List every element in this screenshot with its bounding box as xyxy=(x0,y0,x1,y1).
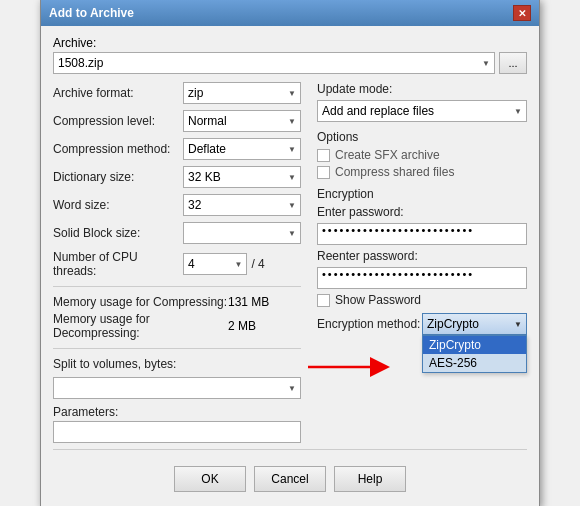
update-mode-arrow: ▼ xyxy=(514,107,522,116)
enter-pw-row: Enter password: xyxy=(317,205,527,219)
memory-compress-value: 131 MB xyxy=(228,295,269,309)
cpu-threads-arrow: ▼ xyxy=(234,260,242,269)
compression-level-row: Compression level: Normal ▼ xyxy=(53,110,301,132)
word-size-label: Word size: xyxy=(53,198,183,212)
format-value: zip xyxy=(188,86,203,100)
main-columns: Archive format: zip ▼ Compression level:… xyxy=(53,82,527,443)
dict-size-label: Dictionary size: xyxy=(53,170,183,184)
enter-pw-dots: •••••••••••••••••••••••••• xyxy=(322,224,474,236)
update-mode-combo[interactable]: Add and replace files ▼ xyxy=(317,100,527,122)
dropdown-item-aes256[interactable]: AES-256 xyxy=(423,354,526,372)
memory-compress-row: Memory usage for Compressing: 131 MB xyxy=(53,295,301,309)
enc-method-row: Encryption method: ZipCrypto ▼ ZipCrypto… xyxy=(317,313,527,335)
dialog-title: Add to Archive xyxy=(49,6,134,20)
show-pw-label: Show Password xyxy=(335,293,421,307)
dialog-body: Archive: 1508.zip ▼ ... Archive format: … xyxy=(41,26,539,506)
compression-level-arrow: ▼ xyxy=(288,117,296,126)
memory-decompress-label: Memory usage for Decompressing: xyxy=(53,312,228,340)
sfx-label: Create SFX archive xyxy=(335,148,440,162)
format-label: Archive format: xyxy=(53,86,183,100)
word-size-row: Word size: 32 ▼ xyxy=(53,194,301,216)
params-label: Parameters: xyxy=(53,405,301,419)
archive-path-arrow: ▼ xyxy=(482,59,490,68)
enter-pw-input[interactable]: •••••••••••••••••••••••••• xyxy=(317,223,527,245)
compression-method-row: Compression method: Deflate ▼ xyxy=(53,138,301,160)
word-size-value: 32 xyxy=(188,198,201,212)
format-row: Archive format: zip ▼ xyxy=(53,82,301,104)
show-pw-row: Show Password xyxy=(317,293,527,307)
ok-button[interactable]: OK xyxy=(174,466,246,492)
dropdown-item-zipcrypto[interactable]: ZipCrypto xyxy=(423,336,526,354)
params-input[interactable] xyxy=(53,421,301,443)
right-column: Update mode: Add and replace files ▼ Opt… xyxy=(317,82,527,443)
split-input[interactable]: ▼ xyxy=(53,377,301,399)
dict-size-arrow: ▼ xyxy=(288,173,296,182)
enc-method-label: Encryption method: xyxy=(317,317,422,331)
enc-method-value: ZipCrypto xyxy=(427,317,479,331)
update-mode-value: Add and replace files xyxy=(322,104,434,118)
options-group: Options Create SFX archive Compress shar… xyxy=(317,130,527,179)
shared-checkbox-row: Compress shared files xyxy=(317,165,527,179)
solid-block-combo[interactable]: ▼ xyxy=(183,222,301,244)
archive-path-value: 1508.zip xyxy=(58,56,103,70)
enc-method-dropdown: ZipCrypto AES-256 xyxy=(422,335,527,373)
dict-size-value: 32 KB xyxy=(188,170,221,184)
reenter-pw-row: Reenter password: xyxy=(317,249,527,263)
compression-method-label: Compression method: xyxy=(53,142,183,156)
browse-button[interactable]: ... xyxy=(499,52,527,74)
archive-label: Archive: xyxy=(53,36,527,50)
cpu-threads-row: Number of CPU threads: 4 ▼ / 4 xyxy=(53,250,301,278)
reenter-pw-input[interactable]: •••••••••••••••••••••••••• xyxy=(317,267,527,289)
format-combo[interactable]: zip ▼ xyxy=(183,82,301,104)
split-row: Split to volumes, bytes: xyxy=(53,357,301,371)
dict-size-row: Dictionary size: 32 KB ▼ xyxy=(53,166,301,188)
reenter-pw-label: Reenter password: xyxy=(317,249,422,263)
reenter-pw-input-row: •••••••••••••••••••••••••• xyxy=(317,267,527,289)
sfx-checkbox[interactable] xyxy=(317,149,330,162)
encryption-group: Encryption Enter password: •••••••••••••… xyxy=(317,187,527,335)
enter-pw-label: Enter password: xyxy=(317,205,422,219)
word-size-combo[interactable]: 32 ▼ xyxy=(183,194,301,216)
solid-block-label: Solid Block size: xyxy=(53,226,183,240)
shared-label: Compress shared files xyxy=(335,165,454,179)
shared-checkbox[interactable] xyxy=(317,166,330,179)
close-button[interactable]: ✕ xyxy=(513,5,531,21)
solid-block-row: Solid Block size: ▼ xyxy=(53,222,301,244)
format-arrow: ▼ xyxy=(288,89,296,98)
compression-level-label: Compression level: xyxy=(53,114,183,128)
enc-method-combo[interactable]: ZipCrypto ▼ xyxy=(422,313,527,335)
show-pw-checkbox[interactable] xyxy=(317,294,330,307)
help-button[interactable]: Help xyxy=(334,466,406,492)
cpu-threads-label: Number of CPU threads: xyxy=(53,250,183,278)
compression-level-value: Normal xyxy=(188,114,227,128)
split-arrow: ▼ xyxy=(288,384,296,393)
memory-decompress-value: 2 MB xyxy=(228,319,256,333)
title-bar: Add to Archive ✕ xyxy=(41,0,539,26)
compression-method-arrow: ▼ xyxy=(288,145,296,154)
update-mode-label: Update mode: xyxy=(317,82,527,96)
options-label: Options xyxy=(317,130,527,144)
enter-pw-input-row: •••••••••••••••••••••••••• xyxy=(317,223,527,245)
cpu-threads-value: 4 xyxy=(188,257,195,271)
reenter-pw-dots: •••••••••••••••••••••••••• xyxy=(322,268,474,280)
encryption-title: Encryption xyxy=(317,187,527,201)
memory-decompress-row: Memory usage for Decompressing: 2 MB xyxy=(53,312,301,340)
left-column: Archive format: zip ▼ Compression level:… xyxy=(53,82,301,443)
cancel-button[interactable]: Cancel xyxy=(254,466,326,492)
title-bar-buttons: ✕ xyxy=(513,5,531,21)
archive-path-combo[interactable]: 1508.zip ▼ xyxy=(53,52,495,74)
cpu-threads-combo[interactable]: 4 ▼ xyxy=(183,253,247,275)
solid-block-arrow: ▼ xyxy=(288,229,296,238)
word-size-arrow: ▼ xyxy=(288,201,296,210)
compression-method-combo[interactable]: Deflate ▼ xyxy=(183,138,301,160)
compression-method-value: Deflate xyxy=(188,142,226,156)
cpu-threads-suffix: / 4 xyxy=(251,257,264,271)
split-label: Split to volumes, bytes: xyxy=(53,357,183,371)
add-to-archive-dialog: Add to Archive ✕ Archive: 1508.zip ▼ ... xyxy=(40,0,540,506)
memory-compress-label: Memory usage for Compressing: xyxy=(53,295,228,309)
enc-method-arrow: ▼ xyxy=(514,320,522,329)
compression-level-combo[interactable]: Normal ▼ xyxy=(183,110,301,132)
sfx-checkbox-row: Create SFX archive xyxy=(317,148,527,162)
button-row: OK Cancel Help xyxy=(53,458,527,496)
dict-size-combo[interactable]: 32 KB ▼ xyxy=(183,166,301,188)
